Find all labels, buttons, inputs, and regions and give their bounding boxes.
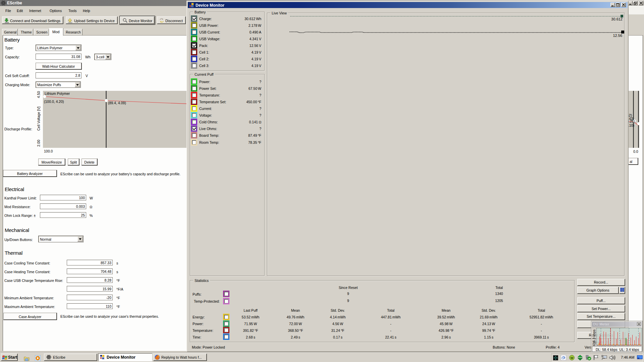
svg-text:W: W <box>571 356 574 360</box>
